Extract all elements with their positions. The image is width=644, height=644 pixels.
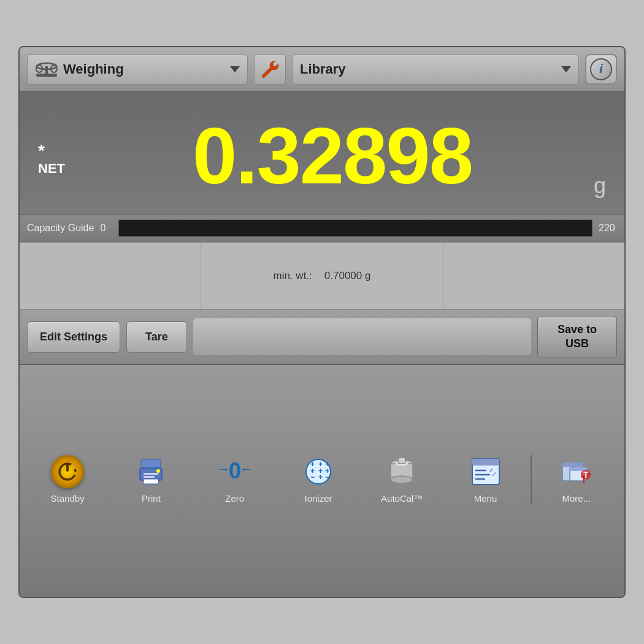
menu-icon: ✓ ✓ [469,455,502,488]
svg-text:✓: ✓ [491,470,497,478]
save-usb-line2: USB [565,337,589,350]
info-cell-empty [20,243,201,309]
svg-rect-10 [144,476,155,478]
autocal-button[interactable]: AutoCal™ [360,452,443,507]
info-table: min. wt.: 0.70000 g [20,242,624,310]
library-label: Library [300,61,556,77]
zero-button[interactable]: 0 → ← Zero [193,452,277,507]
bottom-buttons: Edit Settings Tare Save to USB [20,310,624,364]
svg-point-28 [391,476,413,483]
outer-frame: Weighing Library i * NET [0,0,644,644]
svg-rect-11 [144,479,158,484]
library-dropdown[interactable]: Library [292,54,579,85]
capacity-guide-label: Capacity Guide [27,223,94,234]
top-bar: Weighing Library i [20,47,624,91]
mode-dropdown-arrow [230,66,240,72]
svg-rect-6 [66,464,69,472]
weighing-icon [35,60,58,79]
save-usb-line1: Save to [558,323,597,335]
edit-settings-button[interactable]: Edit Settings [27,321,120,353]
svg-text:−: − [310,473,315,481]
menu-button[interactable]: ✓ ✓ Menu [443,452,527,507]
svg-rect-9 [144,473,158,475]
standby-label: Standby [51,493,85,504]
info-cell-right [443,243,624,309]
capacity-bar-fill [119,220,143,236]
svg-rect-39 [562,462,583,467]
wrench-icon [261,60,279,79]
ionizer-icon: + + + + + + − + − [302,455,335,488]
minwt-value: 0.70000 g [324,270,371,282]
ionizer-button[interactable]: + + + + + + − + − Ionizer [277,452,360,507]
weight-unit: g [594,173,606,208]
menu-label: Menu [474,493,497,504]
standby-icon [51,455,84,488]
standby-button[interactable]: Standby [26,452,109,507]
wrench-button[interactable] [254,54,286,85]
mode-dropdown[interactable]: Weighing [27,54,248,85]
print-icon [134,455,167,488]
ionizer-label: Ionizer [304,493,332,504]
screen: Weighing Library i * NET [18,46,626,598]
more-icon: T T [560,455,593,488]
svg-rect-1 [45,66,48,75]
autocal-label: AutoCal™ [381,493,423,504]
svg-rect-32 [472,459,499,466]
svg-point-12 [156,469,160,473]
autocal-icon [385,455,418,488]
info-cell-minwt: min. wt.: 0.70000 g [201,243,443,309]
capacity-bar [118,220,592,237]
capacity-min-value: 0 [100,223,112,234]
svg-text:→: → [218,461,230,477]
info-icon: i [590,58,612,80]
asterisk-symbol: * [38,141,45,161]
more-button[interactable]: T T More... [535,452,618,507]
library-dropdown-arrow [561,66,571,72]
net-label: NET [38,161,65,177]
svg-rect-30 [398,458,405,464]
svg-text:+: + [318,473,323,481]
print-button[interactable]: Print [109,452,193,507]
button-spacer [193,318,531,355]
capacity-guide: Capacity Guide 0 220 [20,214,624,242]
more-label: More... [562,493,591,504]
mode-label: Weighing [63,61,225,77]
save-to-usb-button[interactable]: Save to USB [537,316,617,358]
icon-bar: Standby Print [20,364,624,597]
zero-icon: 0 → ← [218,455,251,488]
capacity-max-value: 220 [599,223,617,234]
svg-text:T: T [583,470,589,480]
icon-bar-divider [531,455,532,504]
svg-text:−: − [325,473,329,481]
weight-labels: * NET [38,135,65,177]
info-button[interactable]: i [585,54,617,85]
minwt-label: min. wt.: [274,270,312,282]
tare-button[interactable]: Tare [126,321,187,353]
zero-label: Zero [225,493,244,504]
weight-display: * NET 0.32898 g [20,91,624,214]
weight-value: 0.32898 [77,116,588,196]
svg-text:←: ← [240,461,251,477]
print-label: Print [142,493,161,504]
svg-text:0: 0 [229,458,241,483]
